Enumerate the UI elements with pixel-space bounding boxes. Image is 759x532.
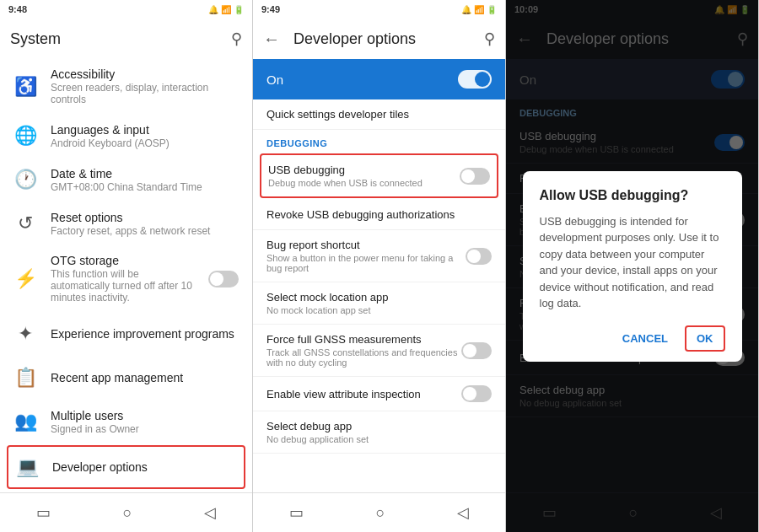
debugapp-label: Select debug app <box>266 420 492 433</box>
nav-back-2[interactable]: ◁ <box>444 500 482 525</box>
back-button-2[interactable]: ← <box>263 30 280 49</box>
status-time-2: 9:49 <box>261 4 280 14</box>
search-icon-2[interactable]: ⚲ <box>484 30 495 48</box>
recent-icon: 📋 <box>13 367 37 389</box>
settings-item-accessibility[interactable]: ♿ Accessibility Screen readers, display,… <box>0 59 252 114</box>
bugreport-label: Bug report shortcut <box>266 239 466 251</box>
dialog-cancel-button[interactable]: CANCEL <box>612 325 678 352</box>
settings-item-datetime[interactable]: 🕐 Date & time GMT+08:00 China Standard T… <box>0 158 252 202</box>
status-time-1: 9:48 <box>8 4 27 14</box>
dialog-ok-button[interactable]: OK <box>685 325 725 352</box>
language-label: Languages & input <box>51 123 239 137</box>
nav-square-1[interactable]: ▭ <box>23 500 64 525</box>
dev-item-mock[interactable]: Select mock location app No mock locatio… <box>253 282 505 325</box>
experience-label: Experience improvement programs <box>51 327 239 341</box>
debugging-header: DEBUGGING <box>253 130 505 152</box>
dev-item-bugreport[interactable]: Bug report shortcut Show a button in the… <box>253 230 505 282</box>
nav-circle-2[interactable]: ○ <box>363 501 399 525</box>
revoke-label: Revoke USB debugging authorizations <box>266 208 492 221</box>
datetime-label: Date & time <box>51 167 239 180</box>
settings-item-recent[interactable]: 📋 Recent app management <box>0 356 252 400</box>
settings-item-developer[interactable]: 💻 Developer options <box>7 445 245 489</box>
dev-on-toggle[interactable] <box>458 70 492 89</box>
viewattr-label: Enable view attribute inspection <box>266 388 421 400</box>
users-sub: Signed in as Owner <box>51 423 239 435</box>
dialog-overlay: Allow USB debugging? USB debugging is in… <box>506 0 758 532</box>
bugreport-toggle[interactable] <box>466 248 492 265</box>
status-icons-2: 🔔 📶 🔋 <box>461 5 497 14</box>
panel1-title: System <box>10 30 218 48</box>
dev-quick-label: Quick settings developer tiles <box>266 108 492 121</box>
settings-item-experience[interactable]: ✦ Experience improvement programs <box>0 312 252 356</box>
nav-square-2[interactable]: ▭ <box>276 500 317 525</box>
otg-icon: ⚡ <box>13 268 37 290</box>
bottom-nav-2: ▭ ○ ◁ <box>253 492 505 532</box>
panel-developer-light: 9:49 🔔 📶 🔋 ← Developer options ⚲ On Quic… <box>253 0 506 532</box>
status-icons-1: 🔔 📶 🔋 <box>208 5 244 14</box>
recent-label: Recent app management <box>51 371 239 384</box>
users-label: Multiple users <box>51 409 239 422</box>
bugreport-sub: Show a button in the power menu for taki… <box>266 253 466 273</box>
gnss-toggle[interactable] <box>461 342 492 359</box>
language-sub: Android Keyboard (AOSP) <box>51 137 239 149</box>
nav-back-1[interactable]: ◁ <box>191 500 229 525</box>
status-bar-2: 9:49 🔔 📶 🔋 <box>253 0 505 19</box>
panel-system: 9:48 🔔 📶 🔋 System ⚲ ♿ Accessibility Scre… <box>0 0 253 532</box>
status-bar-1: 9:48 🔔 📶 🔋 <box>0 0 252 19</box>
dialog-buttons: CANCEL OK <box>540 325 725 352</box>
accessibility-sub: Screen readers, display, interaction con… <box>51 82 239 105</box>
usb-debug-label: USB debugging <box>268 164 423 176</box>
mock-sub: No mock location app set <box>266 305 492 315</box>
search-icon-1[interactable]: ⚲ <box>231 30 242 48</box>
developer-label: Developer options <box>52 460 237 474</box>
bottom-nav-1: ▭ ○ ◁ <box>0 492 252 532</box>
gnss-label: Force full GNSS measurements <box>266 333 461 346</box>
experience-icon: ✦ <box>13 323 37 345</box>
nav-circle-1[interactable]: ○ <box>110 501 146 525</box>
developer-icon: 💻 <box>15 456 39 478</box>
dev-item-usb[interactable]: USB debugging Debug mode when USB is con… <box>260 153 498 198</box>
settings-item-otg[interactable]: ⚡ OTG storage This function will be auto… <box>0 245 252 312</box>
otg-label: OTG storage <box>51 254 195 267</box>
accessibility-icon: ♿ <box>13 76 37 98</box>
top-bar-2: ← Developer options ⚲ <box>253 19 505 59</box>
settings-item-reset[interactable]: ↺ Reset options Factory reset, apps & ne… <box>0 202 252 245</box>
reset-icon: ↺ <box>13 212 37 234</box>
users-icon: 👥 <box>13 411 37 433</box>
usb-debug-dialog: Allow USB debugging? USB debugging is in… <box>523 171 742 362</box>
usb-debug-toggle[interactable] <box>460 168 490 185</box>
language-icon: 🌐 <box>13 125 37 147</box>
dev-item-quick[interactable]: Quick settings developer tiles <box>253 99 505 130</box>
gnss-sub: Track all GNSS constellations and freque… <box>266 347 461 368</box>
otg-toggle[interactable] <box>208 271 239 287</box>
dev-settings-list: Quick settings developer tiles DEBUGGING… <box>253 99 505 492</box>
accessibility-label: Accessibility <box>51 67 239 81</box>
reset-label: Reset options <box>51 211 239 224</box>
settings-item-language[interactable]: 🌐 Languages & input Android Keyboard (AO… <box>0 114 252 158</box>
dev-on-label: On <box>266 73 283 87</box>
datetime-sub: GMT+08:00 China Standard Time <box>51 181 239 193</box>
settings-item-users[interactable]: 👥 Multiple users Signed in as Owner <box>0 400 252 443</box>
dev-item-debugapp[interactable]: Select debug app No debug application se… <box>253 411 505 454</box>
dialog-title: Allow USB debugging? <box>540 188 725 203</box>
dialog-body: USB debugging is intended for developmen… <box>540 213 725 312</box>
otg-sub: This function will be automatically turn… <box>51 268 195 304</box>
top-bar-1: System ⚲ <box>0 19 252 59</box>
mock-label: Select mock location app <box>266 291 492 304</box>
dev-item-viewattr[interactable]: Enable view attribute inspection <box>253 377 505 411</box>
panel-developer-dark: 10:09 🔔 📶 🔋 ← Developer options ⚲ On DEB… <box>506 0 759 532</box>
dev-item-gnss[interactable]: Force full GNSS measurements Track all G… <box>253 325 505 377</box>
datetime-icon: 🕐 <box>13 169 37 191</box>
panel2-title: Developer options <box>293 30 471 48</box>
dev-on-bar: On <box>253 59 505 99</box>
dev-item-revoke[interactable]: Revoke USB debugging authorizations <box>253 200 505 230</box>
reset-sub: Factory reset, apps & network reset <box>51 225 239 237</box>
viewattr-toggle[interactable] <box>461 385 492 402</box>
settings-list: ♿ Accessibility Screen readers, display,… <box>0 59 252 492</box>
debugapp-sub: No debug application set <box>266 434 492 444</box>
usb-debug-sub: Debug mode when USB is connected <box>268 178 423 188</box>
